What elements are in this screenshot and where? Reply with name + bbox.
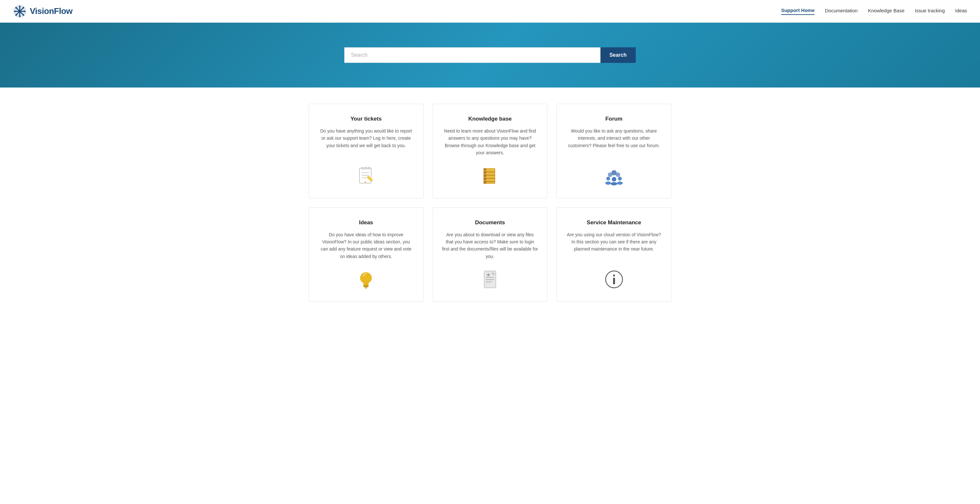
svg-point-37 [611,170,617,175]
cards-grid: Your tickets Do you have anything you wo… [309,104,671,302]
card-title-kb: Knowledge base [468,116,512,122]
svg-point-43 [617,182,623,185]
svg-point-13 [16,14,17,16]
svg-rect-25 [485,169,495,183]
logo-icon [13,5,27,18]
docs-icon [480,269,500,290]
search-button[interactable]: Search [600,47,636,63]
svg-point-39 [612,177,616,182]
svg-rect-28 [485,178,495,179]
card-title-forum: Forum [605,116,622,122]
card-your-tickets[interactable]: Your tickets Do you have anything you wo… [309,104,423,198]
svg-point-41 [605,182,611,185]
maintenance-icon [604,269,624,290]
logo[interactable]: VisionFlow [13,5,73,18]
card-forum[interactable]: Forum Would you like to ask any question… [557,104,671,198]
svg-point-31 [484,170,485,171]
card-title-maintenance: Service Maintenance [587,219,641,226]
nav-issue-tracking[interactable]: Issue tracking [915,8,945,14]
card-title-ideas: Ideas [359,219,373,226]
svg-point-12 [23,7,24,8]
search-input[interactable] [344,47,600,63]
svg-rect-57 [613,278,615,284]
card-title-docs: Documents [475,219,505,226]
svg-point-23 [368,167,370,169]
svg-point-21 [362,167,364,169]
svg-point-42 [611,182,617,185]
card-ideas[interactable]: Ideas Do you have ideas of how to improv… [309,207,423,302]
card-documents[interactable]: Documents Are you about to download or v… [433,207,548,302]
svg-point-6 [19,5,21,7]
logo-text: VisionFlow [30,6,73,16]
svg-rect-27 [485,175,495,175]
svg-rect-29 [485,181,495,182]
card-desc-tickets: Do you have anything you would like to r… [318,128,414,149]
idea-icon [356,269,376,290]
svg-point-40 [618,177,622,180]
svg-point-8 [14,10,16,12]
svg-point-11 [23,14,24,16]
nav-documentation[interactable]: Documentation [825,8,858,14]
card-desc-forum: Would you like to ask any questions, sha… [566,128,662,149]
card-desc-kb: Need to learn more about VisionFlow and … [442,128,538,156]
forum-icon [604,166,624,187]
nav-knowledge-base[interactable]: Knowledge Base [868,8,905,14]
card-desc-ideas: Do you have ideas of how to improve Visi… [318,231,414,260]
kb-icon [480,166,500,187]
svg-point-33 [484,177,485,178]
cards-section: Your tickets Do you have anything you wo… [296,88,684,318]
svg-point-22 [365,167,367,169]
svg-point-7 [19,15,21,17]
search-form: Search [344,47,636,63]
header: VisionFlow Support Home Documentation Kn… [0,0,980,23]
nav-ideas[interactable]: Ideas [955,8,967,14]
card-service-maintenance[interactable]: Service Maintenance Are you using our cl… [557,207,671,302]
svg-rect-26 [485,171,495,172]
hero-section: Search [0,23,980,88]
svg-point-5 [19,10,21,13]
nav-support-home[interactable]: Support Home [781,8,815,15]
card-desc-docs: Are you about to download or view any fi… [442,231,538,260]
card-desc-maintenance: Are you using our cloud version of Visio… [566,231,662,253]
main-nav: Support Home Documentation Knowledge Bas… [781,8,967,15]
svg-point-32 [484,174,485,175]
svg-point-10 [16,7,17,8]
svg-point-56 [613,274,615,276]
svg-point-38 [606,177,610,180]
card-knowledge-base[interactable]: Knowledge base Need to learn more about … [433,104,548,198]
svg-point-9 [24,10,25,12]
ticket-icon [356,166,376,187]
svg-point-34 [484,180,485,181]
card-title-tickets: Your tickets [350,116,382,122]
